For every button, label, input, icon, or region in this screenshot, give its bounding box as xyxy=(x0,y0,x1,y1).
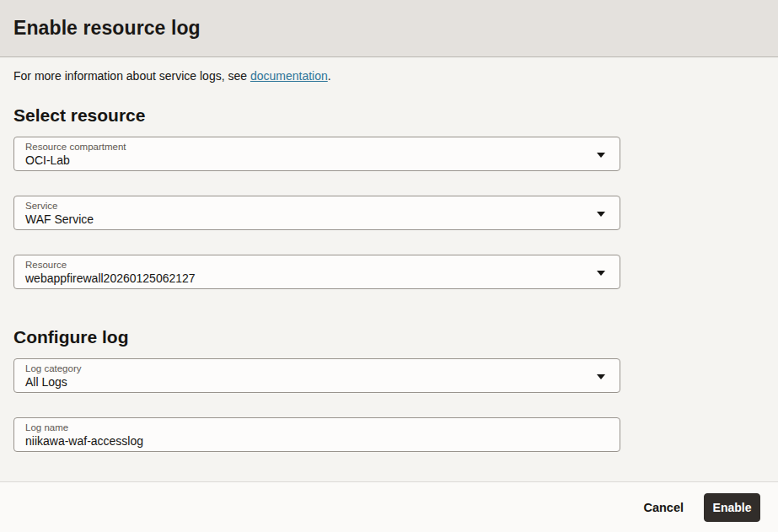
field-value: webappfirewall20260125062127 xyxy=(25,271,589,286)
enable-button[interactable]: Enable xyxy=(704,493,760,522)
chevron-down-icon xyxy=(597,153,605,158)
intro-text: For more information about service logs,… xyxy=(13,69,765,83)
field-value: WAF Service xyxy=(25,212,589,227)
field-label: Resource compartment xyxy=(25,141,589,153)
select-service[interactable]: ServiceWAF Service xyxy=(13,196,620,230)
field-value: All Logs xyxy=(25,375,589,390)
dialog-footer: Cancel Enable xyxy=(0,481,778,532)
input-log-name[interactable]: Log nameniikawa-waf-accesslog xyxy=(13,417,620,452)
enable-resource-log-dialog: Enable resource log For more information… xyxy=(0,0,778,532)
chevron-down-icon xyxy=(597,374,605,379)
dialog-title: Enable resource log xyxy=(13,17,201,40)
field-label: Log name xyxy=(25,422,589,434)
field-label: Service xyxy=(25,200,589,212)
section-heading-configure-log: Configure log xyxy=(13,327,765,347)
dialog-body: For more information about service logs,… xyxy=(0,57,778,481)
dialog-header: Enable resource log xyxy=(0,0,778,57)
documentation-link[interactable]: documentation xyxy=(250,69,328,83)
select-resource[interactable]: Resourcewebappfirewall20260125062127 xyxy=(13,255,620,289)
chevron-down-icon xyxy=(597,212,605,217)
field-value: OCI-Lab xyxy=(25,153,589,168)
select-resource-compartment[interactable]: Resource compartmentOCI-Lab xyxy=(13,137,620,171)
form-sections: Select resourceResource compartmentOCI-L… xyxy=(13,105,765,452)
intro-text-before-link: For more information about service logs,… xyxy=(13,69,250,83)
field-value: niikawa-waf-accesslog xyxy=(25,434,589,449)
field-label: Log category xyxy=(25,363,589,375)
select-log-category[interactable]: Log categoryAll Logs xyxy=(13,358,620,393)
chevron-down-icon xyxy=(597,271,605,276)
intro-text-after-link: . xyxy=(328,69,331,83)
cancel-button[interactable]: Cancel xyxy=(640,494,687,521)
field-label: Resource xyxy=(25,259,589,271)
section-heading-select-resource: Select resource xyxy=(13,105,765,125)
